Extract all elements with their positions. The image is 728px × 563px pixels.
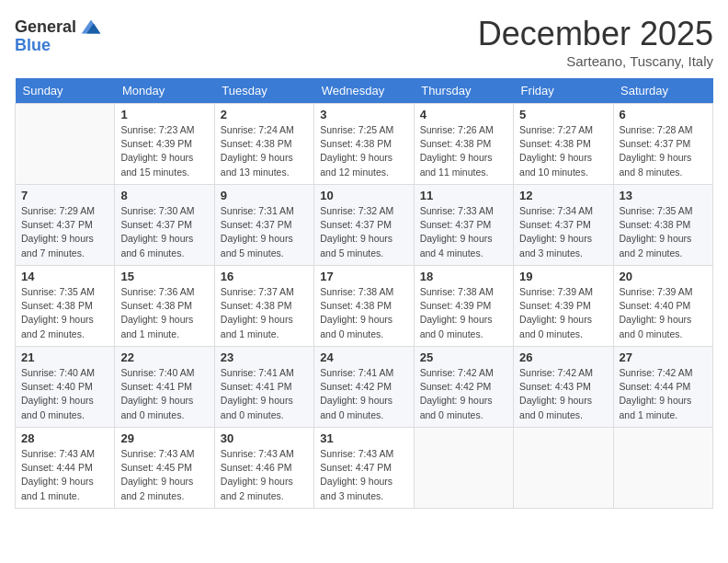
calendar-cell: 22Sunrise: 7:40 AM Sunset: 4:41 PM Dayli… bbox=[115, 347, 214, 428]
day-number: 2 bbox=[221, 108, 308, 121]
day-number: 29 bbox=[120, 431, 208, 445]
calendar-cell: 24Sunrise: 7:41 AM Sunset: 4:42 PM Dayli… bbox=[314, 347, 414, 428]
calendar-cell: 5Sunrise: 7:27 AM Sunset: 4:38 PM Daylig… bbox=[514, 104, 613, 185]
weekday-header-wednesday: Wednesday bbox=[314, 78, 414, 104]
calendar-cell: 1Sunrise: 7:23 AM Sunset: 4:39 PM Daylig… bbox=[115, 104, 214, 185]
day-info: Sunrise: 7:36 AM Sunset: 4:38 PM Dayligh… bbox=[120, 285, 208, 341]
day-info: Sunrise: 7:31 AM Sunset: 4:37 PM Dayligh… bbox=[221, 204, 308, 260]
day-number: 30 bbox=[221, 431, 308, 445]
day-info: Sunrise: 7:40 AM Sunset: 4:40 PM Dayligh… bbox=[21, 366, 108, 422]
calendar-cell: 31Sunrise: 7:43 AM Sunset: 4:47 PM Dayli… bbox=[314, 428, 414, 509]
day-number: 27 bbox=[620, 350, 707, 364]
calendar-cell: 21Sunrise: 7:40 AM Sunset: 4:40 PM Dayli… bbox=[16, 347, 115, 428]
calendar-cell: 9Sunrise: 7:31 AM Sunset: 4:37 PM Daylig… bbox=[214, 185, 313, 266]
week-row-2: 7Sunrise: 7:29 AM Sunset: 4:37 PM Daylig… bbox=[16, 185, 713, 266]
day-info: Sunrise: 7:41 AM Sunset: 4:41 PM Dayligh… bbox=[221, 366, 308, 422]
day-number: 13 bbox=[620, 189, 707, 202]
day-info: Sunrise: 7:40 AM Sunset: 4:41 PM Dayligh… bbox=[120, 366, 208, 422]
day-number: 10 bbox=[320, 189, 407, 202]
calendar-table: SundayMondayTuesdayWednesdayThursdayFrid… bbox=[15, 78, 713, 509]
day-number: 8 bbox=[120, 189, 208, 202]
day-info: Sunrise: 7:28 AM Sunset: 4:37 PM Dayligh… bbox=[620, 123, 707, 179]
day-info: Sunrise: 7:23 AM Sunset: 4:39 PM Dayligh… bbox=[120, 123, 208, 179]
day-info: Sunrise: 7:43 AM Sunset: 4:46 PM Dayligh… bbox=[221, 447, 308, 503]
weekday-header-row: SundayMondayTuesdayWednesdayThursdayFrid… bbox=[16, 78, 713, 104]
calendar-cell: 29Sunrise: 7:43 AM Sunset: 4:45 PM Dayli… bbox=[115, 428, 214, 509]
day-info: Sunrise: 7:29 AM Sunset: 4:37 PM Dayligh… bbox=[21, 204, 108, 260]
calendar-cell: 2Sunrise: 7:24 AM Sunset: 4:38 PM Daylig… bbox=[214, 104, 313, 185]
calendar-cell: 7Sunrise: 7:29 AM Sunset: 4:37 PM Daylig… bbox=[16, 185, 115, 266]
day-info: Sunrise: 7:26 AM Sunset: 4:38 PM Dayligh… bbox=[420, 123, 507, 179]
calendar-cell: 3Sunrise: 7:25 AM Sunset: 4:38 PM Daylig… bbox=[314, 104, 414, 185]
weekday-header-sunday: Sunday bbox=[16, 78, 115, 104]
calendar-cell: 18Sunrise: 7:38 AM Sunset: 4:39 PM Dayli… bbox=[414, 266, 513, 347]
calendar-cell: 20Sunrise: 7:39 AM Sunset: 4:40 PM Dayli… bbox=[613, 266, 712, 347]
day-number: 5 bbox=[519, 108, 607, 121]
day-info: Sunrise: 7:39 AM Sunset: 4:39 PM Dayligh… bbox=[519, 285, 607, 341]
day-info: Sunrise: 7:42 AM Sunset: 4:44 PM Dayligh… bbox=[620, 366, 707, 422]
day-number: 18 bbox=[420, 270, 507, 283]
day-info: Sunrise: 7:42 AM Sunset: 4:42 PM Dayligh… bbox=[420, 366, 507, 422]
calendar-cell bbox=[514, 428, 613, 509]
calendar-cell: 27Sunrise: 7:42 AM Sunset: 4:44 PM Dayli… bbox=[613, 347, 712, 428]
page-header: General Blue December 2025 Sarteano, Tus… bbox=[15, 15, 713, 69]
calendar-cell bbox=[414, 428, 513, 509]
day-info: Sunrise: 7:32 AM Sunset: 4:37 PM Dayligh… bbox=[320, 204, 407, 260]
day-number: 17 bbox=[320, 270, 407, 283]
week-row-4: 21Sunrise: 7:40 AM Sunset: 4:40 PM Dayli… bbox=[16, 347, 713, 428]
day-info: Sunrise: 7:43 AM Sunset: 4:45 PM Dayligh… bbox=[120, 447, 208, 503]
day-info: Sunrise: 7:41 AM Sunset: 4:42 PM Dayligh… bbox=[320, 366, 407, 422]
calendar-cell: 10Sunrise: 7:32 AM Sunset: 4:37 PM Dayli… bbox=[314, 185, 414, 266]
calendar-cell: 8Sunrise: 7:30 AM Sunset: 4:37 PM Daylig… bbox=[115, 185, 214, 266]
day-number: 21 bbox=[21, 350, 108, 364]
day-number: 31 bbox=[320, 431, 407, 445]
day-number: 22 bbox=[120, 350, 208, 364]
calendar-cell: 23Sunrise: 7:41 AM Sunset: 4:41 PM Dayli… bbox=[214, 347, 313, 428]
day-number: 1 bbox=[120, 108, 208, 121]
day-number: 6 bbox=[620, 108, 707, 121]
day-number: 24 bbox=[320, 350, 407, 364]
day-number: 15 bbox=[120, 270, 208, 283]
day-info: Sunrise: 7:38 AM Sunset: 4:38 PM Dayligh… bbox=[320, 285, 407, 341]
day-number: 28 bbox=[21, 431, 108, 445]
week-row-1: 1Sunrise: 7:23 AM Sunset: 4:39 PM Daylig… bbox=[16, 104, 713, 185]
day-number: 23 bbox=[221, 350, 308, 364]
day-number: 11 bbox=[420, 189, 507, 202]
day-number: 7 bbox=[21, 189, 108, 202]
calendar-cell bbox=[613, 428, 712, 509]
calendar-cell bbox=[16, 104, 115, 185]
calendar-cell: 14Sunrise: 7:35 AM Sunset: 4:38 PM Dayli… bbox=[16, 266, 115, 347]
calendar-cell: 25Sunrise: 7:42 AM Sunset: 4:42 PM Dayli… bbox=[414, 347, 513, 428]
weekday-header-friday: Friday bbox=[514, 78, 613, 104]
day-number: 4 bbox=[420, 108, 507, 121]
day-info: Sunrise: 7:38 AM Sunset: 4:39 PM Dayligh… bbox=[420, 285, 507, 341]
week-row-3: 14Sunrise: 7:35 AM Sunset: 4:38 PM Dayli… bbox=[16, 266, 713, 347]
day-info: Sunrise: 7:43 AM Sunset: 4:47 PM Dayligh… bbox=[320, 447, 407, 503]
weekday-header-saturday: Saturday bbox=[613, 78, 712, 104]
logo: General Blue bbox=[15, 15, 104, 55]
calendar-cell: 15Sunrise: 7:36 AM Sunset: 4:38 PM Dayli… bbox=[115, 266, 214, 347]
calendar-cell: 30Sunrise: 7:43 AM Sunset: 4:46 PM Dayli… bbox=[214, 428, 313, 509]
weekday-header-thursday: Thursday bbox=[414, 78, 513, 104]
calendar-cell: 26Sunrise: 7:42 AM Sunset: 4:43 PM Dayli… bbox=[514, 347, 613, 428]
day-number: 25 bbox=[420, 350, 507, 364]
day-number: 19 bbox=[519, 270, 607, 283]
day-info: Sunrise: 7:34 AM Sunset: 4:37 PM Dayligh… bbox=[519, 204, 607, 260]
day-number: 26 bbox=[519, 350, 607, 364]
weekday-header-monday: Monday bbox=[115, 78, 214, 104]
calendar-cell: 16Sunrise: 7:37 AM Sunset: 4:38 PM Dayli… bbox=[214, 266, 313, 347]
day-info: Sunrise: 7:30 AM Sunset: 4:37 PM Dayligh… bbox=[120, 204, 208, 260]
calendar-cell: 6Sunrise: 7:28 AM Sunset: 4:37 PM Daylig… bbox=[613, 104, 712, 185]
calendar-cell: 13Sunrise: 7:35 AM Sunset: 4:38 PM Dayli… bbox=[613, 185, 712, 266]
title-block: December 2025 Sarteano, Tuscany, Italy bbox=[478, 15, 713, 69]
calendar-cell: 12Sunrise: 7:34 AM Sunset: 4:37 PM Dayli… bbox=[514, 185, 613, 266]
day-info: Sunrise: 7:35 AM Sunset: 4:38 PM Dayligh… bbox=[21, 285, 108, 341]
day-info: Sunrise: 7:35 AM Sunset: 4:38 PM Dayligh… bbox=[620, 204, 707, 260]
logo-icon bbox=[78, 15, 104, 40]
day-info: Sunrise: 7:43 AM Sunset: 4:44 PM Dayligh… bbox=[21, 447, 108, 503]
day-info: Sunrise: 7:24 AM Sunset: 4:38 PM Dayligh… bbox=[221, 123, 308, 179]
day-number: 16 bbox=[221, 270, 308, 283]
weekday-header-tuesday: Tuesday bbox=[214, 78, 313, 104]
calendar-cell: 19Sunrise: 7:39 AM Sunset: 4:39 PM Dayli… bbox=[514, 266, 613, 347]
day-number: 20 bbox=[620, 270, 707, 283]
